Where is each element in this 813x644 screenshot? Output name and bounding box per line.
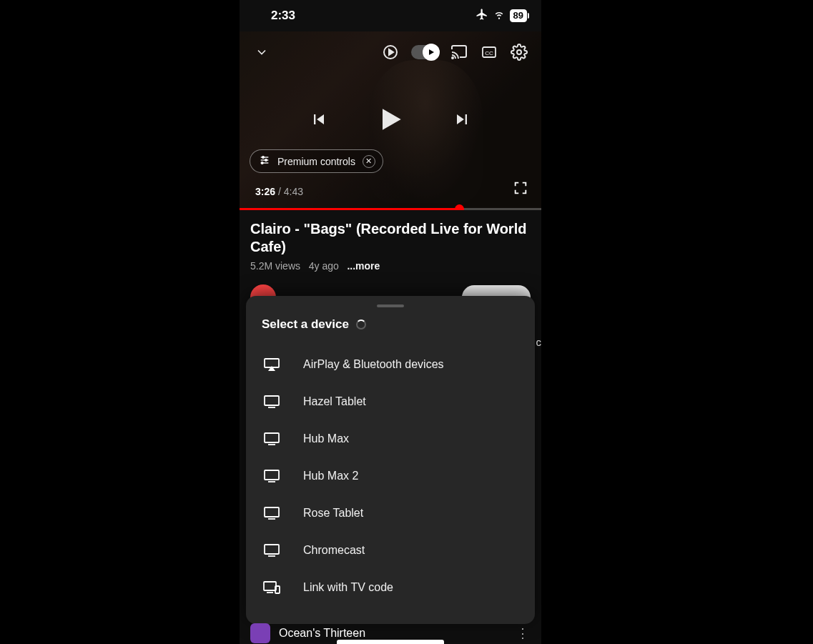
status-bar: 2:33 89 [240,0,541,31]
svg-rect-28 [275,586,280,593]
home-indicator [337,640,444,644]
device-item[interactable]: Rose Tablet [246,495,535,532]
device-list: AirPlay & Bluetooth devicesHazel TabletH… [246,346,535,606]
sheet-title-row: Select a device [246,317,535,339]
svg-rect-18 [265,433,279,442]
device-label: Rose Tablet [303,507,363,520]
battery-indicator: 89 [510,9,527,22]
device-label: Hazel Tablet [303,395,366,408]
status-right: 89 [476,8,527,24]
device-label: Chromecast [303,544,365,557]
svg-rect-22 [265,507,279,517]
more-options-icon[interactable]: ⋮ [516,625,531,641]
device-item[interactable]: Link with TV code [246,569,535,606]
device-item[interactable]: Hub Max 2 [246,457,535,495]
tvcode-icon [262,580,282,595]
sheet-title: Select a device [262,317,349,332]
next-video-title: Ocean's Thirteen [279,627,365,640]
airplay-icon [262,357,282,372]
device-label: AirPlay & Bluetooth devices [303,358,444,371]
svg-rect-26 [264,582,276,590]
next-thumbnail [250,623,270,643]
svg-marker-15 [268,366,275,371]
svg-rect-16 [265,396,279,405]
tv-icon [262,394,282,410]
airplane-icon [476,8,488,24]
device-item[interactable]: AirPlay & Bluetooth devices [246,346,535,383]
loading-spinner-icon [356,319,366,330]
tv-icon [262,431,282,447]
device-label: Link with TV code [303,581,393,594]
drag-handle[interactable] [377,304,404,307]
wifi-icon [493,8,506,24]
device-item[interactable]: Chromecast [246,532,535,569]
tv-icon [262,543,282,558]
status-time: 2:33 [271,9,295,23]
device-item[interactable]: Hazel Tablet [246,383,535,420]
phone-frame: 2:33 89 [240,0,541,644]
svg-rect-20 [265,470,279,480]
device-label: Hub Max 2 [303,470,358,482]
tv-icon [262,468,282,484]
device-select-sheet: Select a device AirPlay & Bluetooth devi… [246,296,535,624]
device-label: Hub Max [303,432,349,445]
device-item[interactable]: Hub Max [246,420,535,457]
tv-icon [262,505,282,521]
svg-rect-24 [265,545,279,554]
